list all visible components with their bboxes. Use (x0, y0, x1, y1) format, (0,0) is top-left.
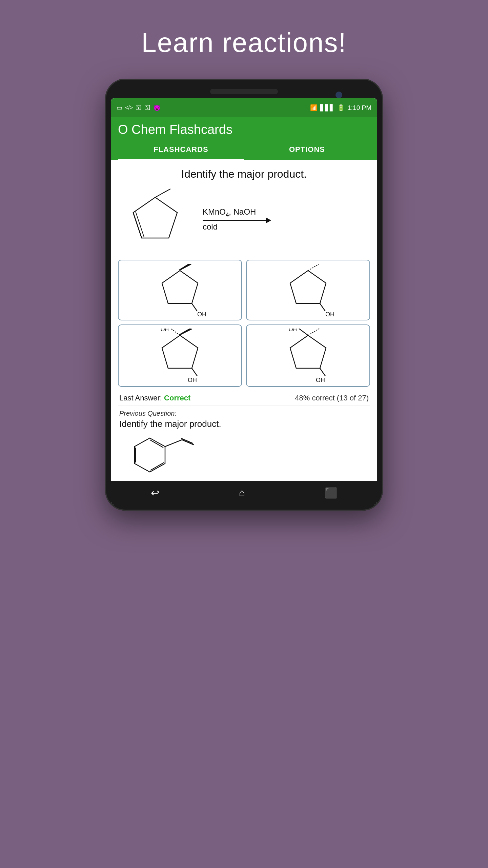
score-text: 48% correct (13 of 27) (295, 394, 369, 402)
status-right-icons: 📶 ▋▋▋ 🔋 1:10 PM (310, 104, 371, 112)
phone-outer: ▭ </> ⚿ ⚿ 😈 📶 ▋▋▋ 🔋 1:10 PM O Chem Flash… (105, 79, 383, 511)
reactant-molecule (121, 187, 196, 252)
wifi-icon: 📶 (310, 104, 318, 112)
svg-text:OH: OH (197, 311, 206, 316)
signal-icon: ▋▋▋ (320, 104, 334, 112)
phone-camera (336, 92, 342, 98)
svg-line-14 (171, 329, 180, 335)
svg-text:OH: OH (316, 377, 325, 383)
arrow-row (203, 220, 367, 221)
correct-text: Correct (164, 394, 190, 402)
svg-line-26 (150, 462, 164, 470)
svg-line-20 (299, 329, 308, 335)
status-time: 1:10 PM (347, 104, 371, 112)
tabs-container: FLASHCARDS OPTIONS (118, 140, 370, 160)
prev-reactant-molecule (123, 435, 197, 475)
tab-flashcards[interactable]: FLASHCARDS (118, 140, 244, 160)
app-title: O Chem Flashcards (118, 122, 370, 137)
svg-line-30 (181, 438, 193, 443)
usb2-icon: ⚿ (144, 104, 150, 111)
previous-section: Previous Question: Identify the major pr… (118, 405, 370, 475)
svg-line-28 (165, 440, 182, 447)
svg-marker-8 (290, 271, 326, 303)
last-answer-row: Last Answer: Correct (119, 394, 190, 402)
svg-line-3 (155, 189, 170, 197)
bottom-nav: ↩ ⌂ ⬛ (111, 481, 377, 505)
answer-choice-d[interactable]: OH OH (246, 324, 370, 387)
battery-icon: 🔋 (337, 104, 345, 112)
status-bar: ▭ </> ⚿ ⚿ 😈 📶 ▋▋▋ 🔋 1:10 PM (111, 98, 377, 117)
answer-choice-b[interactable]: OH (246, 260, 370, 320)
reagent-text: KMnO4, NaOH (203, 207, 256, 218)
svg-marker-5 (179, 264, 191, 271)
svg-line-9 (308, 264, 319, 271)
svg-marker-18 (290, 335, 326, 368)
usb-icon: ⚿ (136, 104, 142, 111)
svg-marker-4 (162, 271, 198, 303)
svg-text:OH: OH (289, 329, 297, 332)
answer-choice-c[interactable]: OH OH (118, 324, 242, 387)
previous-label: Previous Question: (119, 410, 369, 417)
condition-text: cold (203, 222, 218, 232)
devil-icon: 😈 (153, 104, 161, 112)
svg-line-22 (320, 368, 325, 376)
svg-text:OH: OH (161, 329, 169, 332)
svg-marker-13 (179, 329, 192, 335)
svg-text:OH: OH (325, 311, 334, 316)
status-left-icons: ▭ </> ⚿ ⚿ 😈 (117, 104, 161, 112)
answer-choice-a[interactable]: OH (118, 260, 242, 320)
svg-line-6 (192, 303, 197, 311)
svg-line-10 (320, 303, 325, 311)
svg-marker-24 (135, 438, 165, 472)
phone-speaker (210, 89, 278, 94)
status-footer: Last Answer: Correct 48% correct (13 of … (118, 394, 370, 405)
question-text: Identify the major product. (118, 168, 370, 180)
recent-nav-icon[interactable]: ⬛ (325, 487, 337, 499)
home-nav-icon[interactable]: ⌂ (239, 487, 245, 498)
reaction-arrow (203, 220, 270, 221)
reaction-area: KMnO4, NaOH cold (118, 187, 370, 252)
reaction-right: KMnO4, NaOH cold (196, 207, 367, 232)
main-content: Identify the major product. (111, 160, 377, 481)
last-answer-label: Last Answer: (119, 394, 164, 402)
previous-question-text: Identify the major product. (119, 419, 369, 429)
back-nav-icon[interactable]: ↩ (151, 487, 159, 499)
phone-screen: ▭ </> ⚿ ⚿ 😈 📶 ▋▋▋ 🔋 1:10 PM O Chem Flash… (111, 98, 377, 505)
tab-options[interactable]: OPTIONS (244, 140, 370, 160)
svg-line-29 (182, 440, 194, 445)
svg-line-19 (308, 329, 319, 335)
prev-mol-area (119, 435, 369, 475)
svg-marker-12 (162, 335, 198, 368)
app-bar: O Chem Flashcards FLASHCARDS OPTIONS (111, 117, 377, 160)
svg-line-16 (192, 368, 197, 376)
code-icon: </> (125, 105, 133, 111)
answers-grid: OH OH (118, 260, 370, 387)
screen-icon: ▭ (117, 104, 122, 112)
svg-text:OH: OH (188, 377, 197, 383)
svg-line-25 (150, 440, 163, 448)
page-title-text: Learn reactions! (141, 27, 347, 58)
